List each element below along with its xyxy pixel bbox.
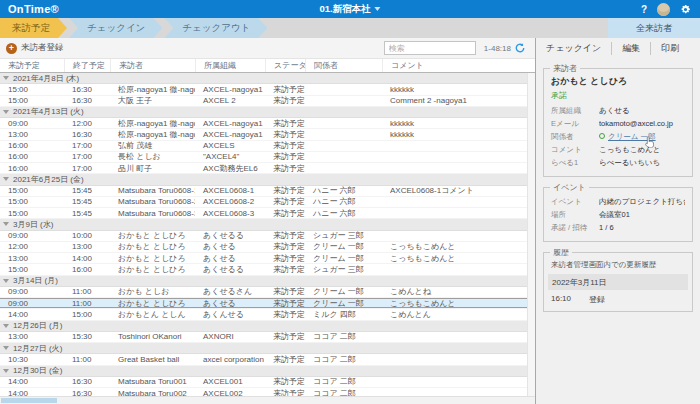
avatar[interactable] bbox=[657, 3, 670, 16]
visitor-row[interactable]: 09:0012:00松原-nagoya1 徹-nagoya1AXCEL-nago… bbox=[0, 118, 528, 129]
visitor-row[interactable]: 16:0017:00長松 としお"AXCEL4"来訪予定 bbox=[0, 152, 528, 163]
cell-comment: AXCEL0608-1コメント bbox=[382, 185, 528, 196]
visitor-name: おかもと としひろ bbox=[551, 75, 685, 88]
refresh-icon[interactable] bbox=[515, 43, 525, 53]
visitor-row[interactable]: 15:0016:00おかもと としひろあくせるる来訪予定シュガー 三郎 bbox=[0, 264, 528, 275]
col-header-visit-end[interactable]: 終了予定 bbox=[64, 59, 110, 72]
horizontal-scrollbar[interactable] bbox=[0, 396, 535, 404]
cell-visitor: Matsubara Toru002 bbox=[110, 389, 195, 396]
col-header-comment[interactable]: コメント bbox=[382, 59, 535, 72]
visitor-field-value[interactable]: クリーム 一郎 bbox=[599, 132, 685, 142]
visitor-field-row: 関係者クリーム 一郎 bbox=[551, 132, 685, 142]
visitor-row[interactable]: 09:0010:00おかもと としひろあくせるる来訪予定シュガー 三郎 bbox=[0, 231, 528, 242]
visitor-row[interactable]: 13:0014:00おかもと としひろあくせる来訪予定クリーム 一郎こっちもこめ… bbox=[0, 253, 528, 264]
detail-panel: チェックイン 編集 印刷 来訪者 おかもと としひろ 承諾 所属組織あくせるEメ… bbox=[536, 38, 700, 404]
collapse-chevron-icon bbox=[3, 110, 9, 114]
visitor-row[interactable]: 15:0015:45Matsubara Toru0608-1AXCEL0608-… bbox=[0, 186, 528, 197]
cell-org: AXCEL-nagoya1 bbox=[195, 130, 265, 139]
visitor-row[interactable]: 15:0015:45Matsubara Toru0608-3AXCEL0608-… bbox=[0, 208, 528, 219]
date-group-row[interactable]: 2021年4月8日 (木) bbox=[0, 73, 528, 84]
visitor-row[interactable]: 13:0016:30松原-nagoya1 徹-nagoya1AXCEL-nago… bbox=[0, 129, 528, 140]
cell-start: 15:00 bbox=[0, 85, 64, 94]
visitor-row[interactable]: 15:0016:30松原-nagoya1 徹-nagoya1AXCEL-nago… bbox=[0, 84, 528, 95]
main-area: + 来訪者登録 1-48:18 来訪予定 終了予定 来訪者 所属組織 ステータス… bbox=[0, 38, 536, 404]
search-input[interactable] bbox=[384, 41, 476, 55]
event-field-row: 場所会議室01 bbox=[551, 210, 685, 220]
gear-icon[interactable] bbox=[680, 4, 691, 15]
tab-check-in[interactable]: チェックイン bbox=[69, 18, 162, 38]
edit-button[interactable]: 編集 bbox=[611, 42, 650, 55]
col-header-status[interactable]: ステータス bbox=[265, 59, 305, 72]
date-group-row[interactable]: 12月30日 (金) bbox=[0, 366, 528, 377]
visitor-row[interactable]: 14:0016:30Matsubara Toru002AXCEL002来訪予定コ… bbox=[0, 388, 528, 396]
cell-start: 16:00 bbox=[0, 141, 64, 150]
tab-check-out[interactable]: チェックアウト bbox=[164, 18, 267, 38]
cell-visitor: おかもと としひろ bbox=[110, 264, 195, 275]
cell-visitor: 松原-nagoya1 徹-nagoya1 bbox=[110, 129, 195, 140]
visitor-row[interactable]: 13:0015:30Toshinori OKanoriAXNORI来訪予定ココア… bbox=[0, 332, 528, 343]
col-header-organization[interactable]: 所属組織 bbox=[195, 59, 265, 72]
cell-related: シュガー 三郎 bbox=[305, 230, 382, 241]
visitor-row[interactable]: 14:0016:30Matsubara Toru001AXCEL001来訪予定コ… bbox=[0, 377, 528, 388]
cell-org: あくせる bbox=[195, 241, 265, 252]
cell-related: ココア 二郎 bbox=[305, 388, 382, 396]
cell-status: 来訪予定 bbox=[265, 264, 305, 275]
visitor-field-value: tokamoto@axcel.co.jp bbox=[599, 119, 685, 128]
location-selector[interactable]: 01.新宿本社 bbox=[319, 3, 380, 16]
all-visitors-button[interactable]: 全来訪者 bbox=[608, 18, 700, 38]
check-in-button[interactable]: チェックイン bbox=[536, 42, 611, 55]
help-icon[interactable]: ? bbox=[641, 4, 647, 15]
date-group-row[interactable]: 3月14日 (月) bbox=[0, 276, 528, 287]
register-visitor-button[interactable]: + 来訪者登録 bbox=[6, 42, 64, 54]
cell-related: ココア 二郎 bbox=[305, 331, 382, 342]
visitor-field-row: 所属組織あくせる bbox=[551, 106, 685, 116]
history-date[interactable]: 2022年3月11日 bbox=[548, 274, 688, 290]
cell-visitor: Matsubara Toru0608-3 bbox=[110, 209, 195, 218]
visitor-row[interactable]: 16:0017:00弘前 茂雄AXCELS来訪予定 bbox=[0, 141, 528, 152]
cell-visitor: Great Basket ball bbox=[110, 355, 195, 364]
date-group-row[interactable]: 2021年6月25日 (金) bbox=[0, 174, 528, 185]
tab-visit-schedule[interactable]: 来訪予定 bbox=[0, 18, 67, 38]
visitor-row[interactable]: 10:3011:00Great Basket ballaxcel corpora… bbox=[0, 354, 528, 365]
cell-org: axcel corporation bbox=[195, 355, 265, 364]
group-date-label: 3月9日 (水) bbox=[13, 219, 53, 230]
cell-org: AXCEL002 bbox=[195, 389, 265, 396]
approval-status: 承諾 bbox=[551, 90, 685, 101]
horizontal-scrollbar-thumb[interactable] bbox=[1, 398, 57, 403]
event-field-label: 場所 bbox=[551, 210, 599, 220]
col-header-related[interactable]: 関係者 bbox=[305, 59, 382, 72]
visitor-row[interactable]: 09:0011:00おかもと としひろあくせる来訪予定クリーム 一郎こっちもこめ… bbox=[0, 298, 528, 309]
visitor-row[interactable]: 14:0015:00おかもとん としんあくんせる来訪予定ミルク 四郎こめんとん bbox=[0, 309, 528, 320]
visitor-row[interactable]: 12:0013:00おかもと としひろあくせる来訪予定クリーム 一郎こっちもこめ… bbox=[0, 242, 528, 253]
visitor-row[interactable]: 16:0017:00品川 町子AXC勤務先EL6来訪予定 bbox=[0, 163, 528, 174]
visitor-row[interactable]: 09:0011:00おかも としおあくせるさん来訪予定クリーム 一郎こめんとね bbox=[0, 287, 528, 298]
cell-related: ハニー 六郎 bbox=[305, 196, 382, 207]
cell-start: 14:00 bbox=[0, 377, 64, 386]
col-header-visitor[interactable]: 来訪者 bbox=[110, 59, 195, 72]
register-visitor-label: 来訪者登録 bbox=[21, 42, 64, 54]
event-box-legend: イベント bbox=[550, 183, 589, 192]
history-box-legend: 履歴 bbox=[550, 248, 572, 257]
date-group-row[interactable]: 2021年4月13日 (火) bbox=[0, 107, 528, 118]
cell-visitor: 松原-nagoya1 徹-nagoya1 bbox=[110, 118, 195, 129]
cell-org: あくせるる bbox=[195, 230, 265, 241]
visitor-row[interactable]: 15:0015:45Matsubara Toru0608-2AXCEL0608-… bbox=[0, 197, 528, 208]
cell-status: 来訪予定 bbox=[265, 118, 305, 129]
cell-start: 09:00 bbox=[0, 119, 64, 128]
visitor-field-row: Eメールtokamoto@axcel.co.jp bbox=[551, 119, 685, 129]
cell-visitor: Matsubara Toru0608-1 bbox=[110, 186, 195, 195]
col-header-visit-start[interactable]: 来訪予定 bbox=[0, 59, 64, 72]
print-button[interactable]: 印刷 bbox=[650, 42, 689, 55]
cell-status: 来訪予定 bbox=[265, 151, 305, 162]
visitor-row[interactable]: 15:0016:30大阪 王子AXCEL 2来訪予定Comment 2 -nag… bbox=[0, 96, 528, 107]
cell-org: あくせる bbox=[195, 298, 265, 309]
cell-org: AXC勤務先EL6 bbox=[195, 163, 265, 174]
cell-visitor: 長松 としお bbox=[110, 151, 195, 162]
date-group-row[interactable]: 12月26日 (月) bbox=[0, 321, 528, 332]
cell-end: 10:00 bbox=[64, 231, 110, 240]
date-group-row[interactable]: 12月27日 (火) bbox=[0, 343, 528, 354]
vertical-scrollbar[interactable] bbox=[527, 73, 535, 396]
group-date-label: 2021年4月13日 (火) bbox=[13, 106, 84, 117]
event-field-value: 会議室01 bbox=[599, 210, 685, 220]
date-group-row[interactable]: 3月9日 (水) bbox=[0, 219, 528, 230]
